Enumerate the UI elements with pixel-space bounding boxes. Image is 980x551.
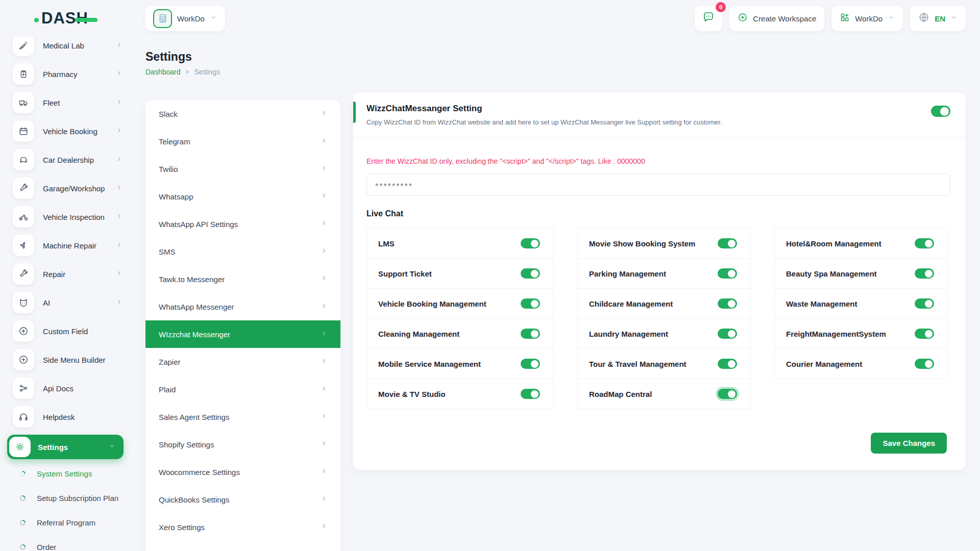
module-label: LMS (378, 239, 395, 248)
sidebar-item-machine-repair[interactable]: Machine Repair (13, 235, 134, 256)
vehicle-booking-management-toggle[interactable] (521, 298, 540, 309)
parking-management-toggle[interactable] (718, 268, 737, 279)
sidebar-item-label: Machine Repair (43, 241, 116, 250)
settings-menu-item-plaid[interactable]: Plaid (145, 375, 340, 403)
settings-menu-item-shopify-settings[interactable]: Shopify Settings (145, 431, 340, 458)
sidebar-item-settings[interactable]: Settings (7, 435, 124, 459)
hotel-room-management-toggle[interactable] (915, 238, 934, 248)
sidebar-item-label: Repair (43, 270, 116, 279)
mobile-service-management-toggle[interactable] (521, 359, 540, 369)
roadmap-central-toggle[interactable] (718, 389, 737, 399)
waste-management-toggle[interactable] (915, 298, 934, 309)
panel-footer: Save Changes (871, 433, 947, 454)
topbar-actions: 0 Create Workspace WorkDo EN (695, 6, 966, 31)
childcare-management-toggle[interactable] (718, 298, 737, 309)
topbar: DASH WorkDo 0 Create Workspace WorkDo EN (0, 0, 980, 37)
sidebar-item-api-docs[interactable]: Api Docs (13, 378, 134, 399)
sidebar-subitem-order[interactable]: Order (13, 539, 134, 551)
breadcrumb-dashboard-link[interactable]: Dashboard (145, 68, 181, 76)
settings-menu-item-xero-settings[interactable]: Xero Settings (145, 513, 340, 541)
module-row-movie-show-booking-system: Movie Show Booking System (577, 228, 751, 259)
panel-title: WizzChatMessanger Setting (366, 104, 722, 114)
sidebar-item-label: Medical Lab (43, 41, 116, 50)
sidebar-item-ai[interactable]: AI (13, 292, 134, 313)
messages-button[interactable]: 0 (695, 6, 722, 31)
sidebar-item-car-dealership[interactable]: Car Dealership (13, 149, 134, 170)
chevron-right-icon (116, 184, 122, 193)
wizzchat-id-input[interactable] (366, 173, 950, 196)
movie-show-booking-system-toggle[interactable] (718, 238, 737, 248)
sidebar-item-vehicle-inspection[interactable]: Vehicle Inspection (13, 206, 134, 228)
settings-menu-item-label: Xero Settings (159, 523, 205, 532)
workspace-menu[interactable]: WorkDo (831, 6, 903, 31)
sidebar-item-garage-workshop[interactable]: Garage/Workshop (13, 178, 134, 199)
sidebar-item-fleet[interactable]: Fleet (13, 92, 134, 113)
chevron-right-icon (321, 330, 327, 339)
create-workspace-button[interactable]: Create Workspace (729, 6, 824, 31)
settings-menu-item-sms[interactable]: SMS (145, 238, 340, 265)
lms-toggle[interactable] (521, 238, 540, 248)
headphones-icon (13, 406, 34, 428)
courier-management-toggle[interactable] (915, 359, 934, 369)
settings-menu-item-whatsapp[interactable]: Whatsapp (145, 183, 340, 210)
chevron-right-icon (321, 219, 327, 229)
chevron-right-icon (116, 98, 122, 107)
settings-menu-item-label: Woocommerce Settings (159, 468, 240, 477)
settings-menu-item-woocommerce-settings[interactable]: Woocommerce Settings (145, 458, 340, 486)
module-row-freightmanagementsystem: FreightManagementSystem (774, 318, 948, 349)
settings-menu-item-label: Zapier (159, 358, 181, 366)
workspace-switcher[interactable]: WorkDo (145, 6, 225, 31)
chevron-right-icon (321, 385, 327, 394)
sidebar-item-helpdesk[interactable]: Helpdesk (13, 406, 134, 428)
support-ticket-toggle[interactable] (521, 268, 540, 279)
plus-circle-icon (13, 320, 34, 342)
language-selector[interactable]: EN (910, 6, 966, 31)
freightmanagementsystem-toggle[interactable] (915, 329, 934, 339)
sidebar-item-repair[interactable]: Repair (13, 263, 134, 285)
ai-cat-icon (13, 292, 34, 313)
sidebar-item-medical-lab[interactable]: Medical Lab (13, 37, 134, 56)
movie-tv-studio-toggle[interactable] (521, 389, 540, 399)
settings-menu-item-zapier[interactable]: Zapier (145, 348, 340, 375)
settings-menu-item-label: Shopify Settings (159, 440, 214, 449)
sidebar-subitem-setup-subscription-plan[interactable]: Setup Subscription Plan (13, 490, 134, 506)
tour-travel-management-toggle[interactable] (718, 359, 737, 369)
save-button[interactable]: Save Changes (871, 433, 947, 454)
motorbike-icon (13, 206, 34, 228)
settings-menu-item-quickbooks-settings[interactable]: QuickBooks Settings (145, 486, 340, 513)
wizzchat-id-note: Enter the WizzChat ID only, excluding th… (366, 157, 952, 165)
module-row-courier-management: Courier Management (774, 348, 948, 379)
settings-menu-item-wizzchat-messenger[interactable]: WIzzchat Messenger (145, 320, 340, 348)
sidebar-subitem-label: Setup Subscription Plan (37, 494, 118, 503)
settings-menu-item-whatsapp-api-settings[interactable]: WhatsApp API Settings (145, 210, 340, 238)
beauty-spa-management-toggle[interactable] (915, 268, 934, 279)
settings-menu-item-tawk-to-messenger[interactable]: Tawk.to Messenger (145, 265, 340, 293)
chevron-right-icon (321, 440, 327, 449)
settings-menu-item-twilio[interactable]: Twilio (145, 155, 340, 183)
chevron-right-icon (321, 467, 327, 477)
module-row-childcare-management: Childcare Management (577, 288, 751, 319)
module-label: Support Ticket (378, 269, 432, 278)
sidebar-item-vehicle-booking[interactable]: Vehicle Booking (13, 120, 134, 142)
logo-dash-icon (75, 18, 97, 22)
settings-menu-item-slack[interactable]: Slack (145, 100, 340, 128)
sidebar-subitem-referral-program[interactable]: Referral Program (13, 515, 134, 530)
sidebar-item-side-menu-builder[interactable]: Side Menu Builder (13, 349, 134, 370)
page-head: Settings Dashboard > Settings (145, 50, 220, 76)
settings-menu-item-whatsapp-messenger[interactable]: WhatsApp Messenger (145, 293, 340, 320)
sidebar-item-pharmacy[interactable]: Pharmacy (13, 63, 134, 85)
sidebar-subitem-system-settings[interactable]: System Settings (13, 466, 134, 481)
wrench-icon (13, 263, 34, 285)
settings-menu-item-label: QuickBooks Settings (159, 495, 229, 504)
sidebar-item-label: Fleet (43, 98, 116, 107)
cleaning-management-toggle[interactable] (521, 329, 540, 339)
settings-menu-item-sales-agent-settings[interactable]: Sales Agent Settings (145, 403, 340, 431)
sidebar-item-custom-field[interactable]: Custom Field (13, 320, 134, 342)
laundry-management-toggle[interactable] (718, 329, 737, 339)
module-label: Mobile Service Management (378, 360, 481, 368)
settings-menu-item-telegram[interactable]: Telegram (145, 128, 340, 155)
chevron-right-icon (116, 41, 122, 50)
settings-menu-item-label: Plaid (159, 385, 176, 394)
wizzchat-setting-toggle[interactable] (931, 106, 950, 117)
page-title: Settings (145, 50, 220, 64)
